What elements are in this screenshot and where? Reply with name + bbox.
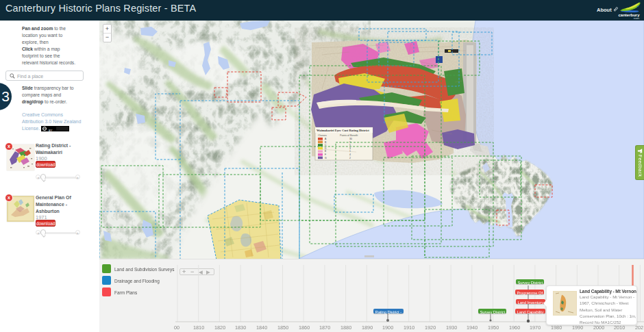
svg-text:F: F xyxy=(325,153,326,156)
svg-text:Points of Benefit: Points of Benefit xyxy=(340,134,358,137)
svg-text:Waimakariri Eyre Cust Rating D: Waimakariri Eyre Cust Rating District xyxy=(317,129,369,132)
svg-text:3: 3 xyxy=(349,147,351,150)
svg-text:4: 4 xyxy=(349,153,351,156)
svg-text:2: 2 xyxy=(349,157,351,159)
svg-text:maps: maps xyxy=(634,17,640,20)
svg-text:Classes: Classes xyxy=(318,134,327,137)
svg-text:G: G xyxy=(325,157,327,159)
svg-text:30: 30 xyxy=(349,138,352,140)
